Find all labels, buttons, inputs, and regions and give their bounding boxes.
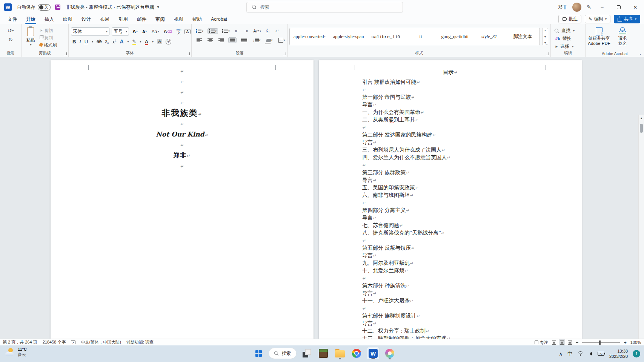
sort-button[interactable]: AZ↓ <box>265 28 271 34</box>
ribbon-tab[interactable]: 审阅 <box>151 14 169 24</box>
close-button[interactable]: ✕ <box>630 2 641 13</box>
weather-widget[interactable]: 11°C 多云 <box>5 347 27 357</box>
line-spacing-button[interactable]: ↕▾ <box>252 38 262 43</box>
font-family-select[interactable]: 宋体▾ <box>71 28 109 35</box>
character-border-button[interactable]: A <box>184 29 190 34</box>
paste-button[interactable]: 粘贴 ▾ <box>22 27 40 48</box>
text-effects-button[interactable]: A <box>120 38 123 44</box>
shrink-font-button[interactable]: A˅ <box>141 29 148 34</box>
bold-button[interactable]: B <box>72 39 76 44</box>
comments-button[interactable]: 批注 <box>558 15 581 23</box>
battery-icon[interactable]: ϟ <box>598 352 604 356</box>
select-button[interactable]: ➤选择▾ <box>555 43 585 50</box>
align-right-button[interactable] <box>217 38 225 43</box>
style-item[interactable]: ft <box>404 34 438 40</box>
clipboard-dialog-launcher[interactable] <box>64 52 67 55</box>
style-item[interactable]: style_31 <box>472 34 506 40</box>
scroll-up-icon[interactable]: ▲ <box>639 117 644 120</box>
document-area[interactable]: ↵↵↵↵非我族类↵↵Not Our Kind↵↵郑非↵↵ 目录↵ 引言 族群政治… <box>0 57 644 339</box>
replace-button[interactable]: ↺b替换 <box>555 35 585 42</box>
notification-badge[interactable]: 1 <box>633 350 640 357</box>
user-avatar[interactable] <box>572 3 581 12</box>
request-signature-button[interactable]: 请求 签名 <box>613 27 632 46</box>
font-color-button[interactable]: A <box>145 39 148 44</box>
accessibility-status[interactable]: 辅助功能: 调查 <box>126 339 154 345</box>
document-page-1[interactable]: ↵↵↵↵非我族类↵↵Not Our Kind↵↵郑非↵↵ <box>51 60 314 339</box>
clear-formatting-button[interactable]: A⌫ <box>162 28 173 35</box>
zoom-out-button[interactable]: − <box>576 340 579 345</box>
ribbon-tab[interactable]: 视图 <box>169 14 188 24</box>
style-item[interactable]: apple-converted- <box>290 34 329 40</box>
format-painter-button[interactable]: 格式刷 <box>40 42 57 48</box>
underline-button[interactable]: U <box>85 39 88 44</box>
ribbon-tab[interactable]: 帮助 <box>188 14 206 24</box>
taskbar-app-word[interactable]: W <box>367 347 380 360</box>
print-layout-button[interactable] <box>560 341 564 345</box>
taskbar-search[interactable]: 搜索 <box>269 348 297 359</box>
start-button[interactable] <box>252 347 265 360</box>
font-dialog-launcher[interactable] <box>187 52 190 55</box>
decrease-indent-button[interactable]: ⇤ <box>234 28 240 34</box>
zoom-slider-thumb[interactable] <box>599 341 601 345</box>
paragraph-dialog-launcher[interactable] <box>283 52 286 55</box>
zoom-slider[interactable] <box>582 342 620 343</box>
find-button[interactable]: 查找▾ <box>555 28 585 34</box>
collapse-ribbon-icon[interactable]: ⌄ <box>639 52 642 55</box>
clock[interactable]: 13:38 2023/2/20 <box>609 348 628 359</box>
ribbon-tab[interactable]: Acrobat <box>206 14 232 24</box>
enclose-characters-button[interactable]: 字 <box>166 39 171 44</box>
taskbar-app-chrome[interactable] <box>350 347 363 360</box>
wifi-icon[interactable] <box>577 351 583 356</box>
zoom-level[interactable]: 100% <box>630 340 641 345</box>
gallery-down-icon[interactable]: ▼ <box>544 35 547 38</box>
taskbar-app-paint[interactable] <box>383 347 396 360</box>
ribbon-tab[interactable]: 绘图 <box>58 14 77 24</box>
share-button[interactable]: 共享▾ <box>614 15 640 23</box>
title-chevron-icon[interactable]: ▼ <box>157 5 160 9</box>
show-marks-button[interactable]: ↵ <box>274 28 280 34</box>
subscript-button[interactable]: x2 <box>105 38 109 44</box>
change-case-button[interactable]: Aa▾ <box>151 29 160 35</box>
character-shading-button[interactable]: A <box>157 39 162 44</box>
search-box[interactable]: 搜索 <box>246 2 403 12</box>
style-item[interactable]: goog_qs-tidbit <box>437 34 472 40</box>
ribbon-tab[interactable]: 布局 <box>95 14 114 24</box>
shading-button[interactable]: ▾ <box>265 38 274 43</box>
ribbon-tab[interactable]: 引用 <box>114 14 132 24</box>
taskbar-app-minecraft[interactable] <box>317 347 330 360</box>
numbering-button[interactable]: ▾ <box>207 28 218 34</box>
taskbar-app-desktops[interactable] <box>300 347 313 360</box>
document-page-2[interactable]: 目录↵ 引言 族群政治如何可能↵↵第一部分 帝国与民族↵导言↵一、为什么会有美国… <box>319 60 582 339</box>
italic-button[interactable]: I <box>79 38 81 44</box>
asian-layout-button[interactable]: A⇄▾ <box>252 28 262 34</box>
word-app-icon[interactable]: W <box>4 3 12 11</box>
style-item[interactable]: apple-style-span <box>329 34 368 40</box>
style-item[interactable]: calibre_119 <box>368 34 404 39</box>
taskbar-app-explorer[interactable] <box>334 347 346 360</box>
ribbon-tab[interactable]: 开始 <box>22 14 40 24</box>
ribbon-tab[interactable]: 设计 <box>77 14 95 24</box>
focus-mode-button[interactable]: 专注 <box>535 340 548 345</box>
editing-mode-button[interactable]: ✎ 编辑▾ <box>585 15 610 23</box>
highlight-color-button[interactable]: ✎ <box>132 39 136 44</box>
bullets-button[interactable]: ▾ <box>195 29 204 34</box>
align-left-button[interactable] <box>195 38 203 43</box>
styles-gallery-scroll[interactable]: ▲ ▼ ▼̲ <box>542 28 548 45</box>
ribbon-tab[interactable]: 文件 <box>3 14 22 24</box>
tray-expand-icon[interactable]: ∧ <box>559 351 563 357</box>
styles-dialog-launcher[interactable] <box>546 52 549 55</box>
language-indicator[interactable]: 中文(简体，中国大陆) <box>81 339 121 345</box>
grow-font-button[interactable]: A˄ <box>131 28 139 35</box>
gallery-more-icon[interactable]: ▼̲ <box>544 41 547 44</box>
speaker-icon[interactable] <box>588 352 592 356</box>
ribbon-tab[interactable]: 邮件 <box>132 14 151 24</box>
superscript-button[interactable]: x2 <box>112 39 116 44</box>
pen-mode-icon[interactable]: ✎ <box>587 4 591 10</box>
page-indicator[interactable]: 第 2 页，共 264 页 <box>3 339 37 345</box>
vertical-scrollbar[interactable]: ▲ <box>638 115 644 339</box>
create-pdf-button[interactable]: 创建并共享 Adobe PDF <box>586 27 613 46</box>
undo-button[interactable]: ↺▾ <box>6 27 15 34</box>
copy-button[interactable]: 复制 <box>40 35 57 41</box>
strikethrough-button[interactable]: ab <box>97 39 101 44</box>
multilevel-list-button[interactable]: ▾ <box>221 29 231 34</box>
